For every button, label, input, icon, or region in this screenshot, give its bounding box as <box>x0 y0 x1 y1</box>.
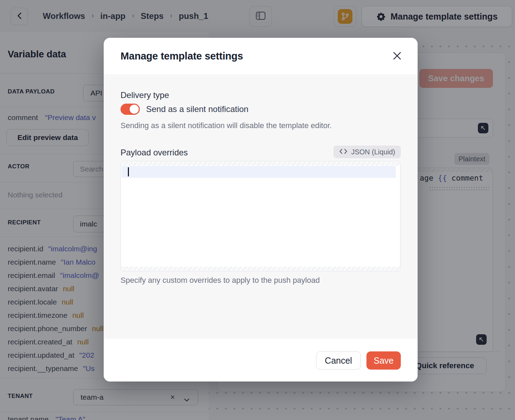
cancel-button[interactable]: Cancel <box>316 351 361 370</box>
silent-notification-toggle[interactable] <box>121 104 140 115</box>
manage-template-settings-dialog: Manage template settings Delivery type S… <box>104 38 418 382</box>
text-cursor <box>128 167 129 176</box>
dialog-footer: Cancel Save <box>104 339 418 382</box>
editor-hatch <box>121 267 400 271</box>
close-icon <box>392 51 402 62</box>
close-button[interactable] <box>390 50 404 63</box>
payload-overrides-heading: Payload overrides <box>121 148 188 158</box>
delivery-help-text: Sending as a silent notification will di… <box>121 121 332 130</box>
dialog-header: Manage template settings <box>104 38 418 74</box>
payload-help-text: Specify any custom overrides to apply to… <box>121 276 320 285</box>
code-icon <box>339 148 348 156</box>
silent-notification-row: Send as a silent notification <box>121 104 248 115</box>
delivery-type-heading: Delivery type <box>121 90 169 100</box>
dialog-title: Manage template settings <box>121 50 243 62</box>
language-badge-label: JSON (Liquid) <box>351 148 395 156</box>
language-badge: JSON (Liquid) <box>334 146 401 158</box>
payload-overrides-editor[interactable] <box>121 161 400 271</box>
silent-notification-label: Send as a silent notification <box>146 104 248 114</box>
editor-active-line <box>122 166 396 178</box>
dialog-body: Delivery type Send as a silent notificat… <box>104 74 418 339</box>
app-window: Workflows › in-app › Steps › push_1 <box>0 0 515 420</box>
toggle-knob <box>130 105 139 114</box>
save-button[interactable]: Save <box>366 351 401 370</box>
editor-hatch <box>121 162 400 166</box>
footer-actions: Cancel Save <box>316 351 401 370</box>
